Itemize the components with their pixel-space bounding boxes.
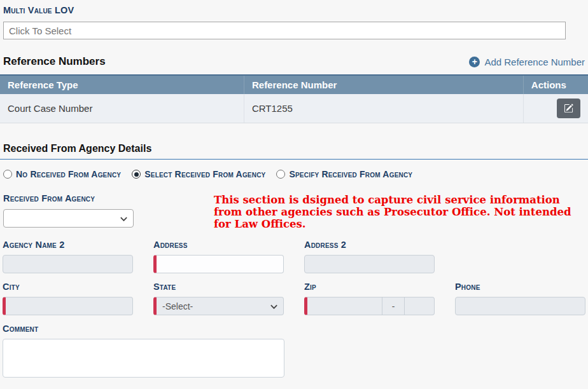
state-select[interactable]: -Select- <box>153 297 284 315</box>
zip-field: Zip - <box>304 282 435 315</box>
comment-field: Comment <box>3 324 588 378</box>
col-header-actions: Actions <box>523 75 588 94</box>
col-header-reference-type: Reference Type <box>0 75 244 94</box>
grid-spacer <box>455 240 585 273</box>
multi-value-lov-label: Multi Value LOV <box>3 5 588 15</box>
table-row: Court Case Number CRT1255 <box>0 94 588 123</box>
col-header-reference-number: Reference Number <box>244 75 523 94</box>
add-reference-number-label: Add Reference Number <box>484 57 585 67</box>
agency-name-2-label: Agency Name 2 <box>3 240 133 250</box>
agency-name-2-input[interactable] <box>3 255 133 273</box>
address-input[interactable] <box>153 255 284 273</box>
zip-input-group: - <box>304 297 435 315</box>
zip-ext-input[interactable] <box>405 297 434 315</box>
cell-reference-number: CRT1255 <box>244 94 523 123</box>
section-note: This section is dsigned to capture civil… <box>214 193 571 230</box>
section-divider <box>0 159 588 160</box>
selected-value: -Select- <box>162 301 193 311</box>
state-label: State <box>153 282 284 292</box>
zip-input[interactable] <box>307 297 382 315</box>
received-from-agency-select[interactable] <box>3 209 134 228</box>
comment-textarea[interactable] <box>3 339 284 378</box>
address-2-field: Address 2 <box>304 240 435 273</box>
phone-field: Phone <box>455 282 585 315</box>
agency-select-row: Received From Agency This section is dsi… <box>3 193 585 230</box>
chevron-down-icon <box>120 215 128 225</box>
reference-numbers-header: Reference Numbers + Add Reference Number <box>3 55 585 68</box>
multi-value-lov-section: Multi Value LOV <box>3 5 588 39</box>
radio-unselected-icon <box>276 170 285 179</box>
pencil-square-icon <box>564 104 573 113</box>
radio-selected-icon <box>132 170 141 179</box>
agency-radio-group: No Received From Agency Select Received … <box>3 169 585 179</box>
note-line: for Law Offices. <box>214 218 571 230</box>
radio-unselected-icon <box>3 170 12 179</box>
plus-circle-icon: + <box>469 57 480 67</box>
cell-reference-type: Court Case Number <box>0 94 244 123</box>
edit-row-button[interactable] <box>557 99 580 118</box>
address-2-label: Address 2 <box>304 240 435 250</box>
address-2-input[interactable] <box>304 255 435 273</box>
radio-label: No Received From Agency <box>16 169 121 179</box>
city-field: City <box>3 282 133 315</box>
agency-name-2-field: Agency Name 2 <box>3 240 133 273</box>
phone-input[interactable] <box>455 297 585 315</box>
radio-no-received-from-agency[interactable]: No Received From Agency <box>3 169 121 179</box>
form-page: Multi Value LOV Reference Numbers + Add … <box>0 0 588 389</box>
zip-separator: - <box>382 297 405 315</box>
reference-numbers-title: Reference Numbers <box>3 55 106 68</box>
address-label: Address <box>153 240 284 250</box>
comment-label: Comment <box>3 324 588 334</box>
chevron-down-icon <box>270 303 278 313</box>
received-from-agency-field: Received From Agency <box>3 193 214 228</box>
radio-label: Select Received From Agency <box>144 169 265 179</box>
radio-select-received-from-agency[interactable]: Select Received From Agency <box>132 169 265 179</box>
radio-specify-received-from-agency[interactable]: Specify Received From Agency <box>276 169 412 179</box>
reference-numbers-table: Reference Type Reference Number Actions … <box>0 74 588 123</box>
address-field: Address <box>153 240 284 273</box>
note-line: This section is dsigned to capture civil… <box>214 194 571 206</box>
radio-label: Specify Received From Agency <box>289 169 412 179</box>
zip-label: Zip <box>304 282 435 292</box>
phone-label: Phone <box>455 282 585 292</box>
received-from-agency-label: Received From Agency <box>3 193 214 203</box>
state-field: State -Select- <box>153 282 284 315</box>
city-input[interactable] <box>3 297 133 315</box>
cell-actions <box>523 94 588 123</box>
agency-fields-grid: Agency Name 2 Address Address 2 City Sta… <box>3 240 588 315</box>
multi-value-lov-input[interactable] <box>3 22 566 39</box>
note-line: from other agencies such as Prosecutor O… <box>214 206 571 218</box>
received-from-agency-title: Received From Agency Details <box>3 143 585 154</box>
add-reference-number-link[interactable]: + Add Reference Number <box>469 57 585 67</box>
city-label: City <box>3 282 133 292</box>
table-header-row: Reference Type Reference Number Actions <box>0 75 588 94</box>
